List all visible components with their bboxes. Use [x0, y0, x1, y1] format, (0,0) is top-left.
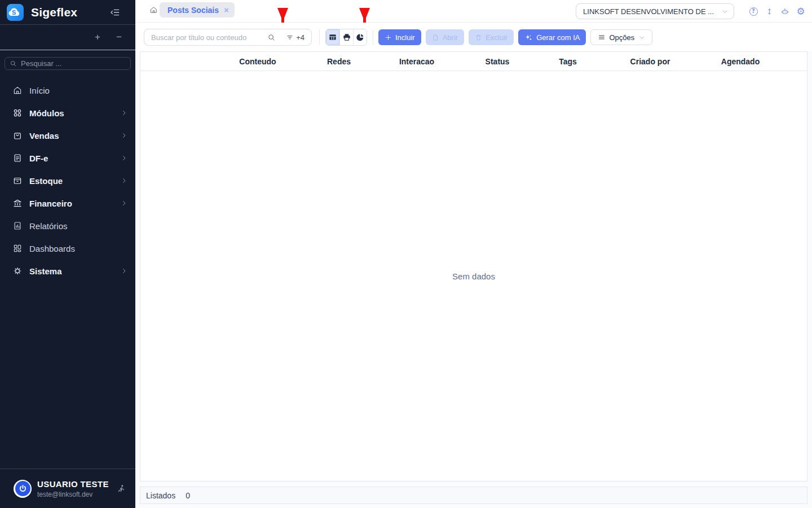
bank-icon: [12, 198, 23, 208]
footer-label: Listados: [146, 491, 175, 500]
print-view-button[interactable]: [339, 29, 353, 45]
excluir-label: Excluir: [486, 33, 508, 42]
company-selector-value: LINKSOFT DESENVOLVIMENTO DE ...: [583, 7, 714, 16]
chevron-down-icon: [722, 8, 728, 15]
sidebar-menu: Início Módulos Vendas: [0, 75, 135, 282]
filter-control[interactable]: +4: [286, 33, 304, 42]
incluir-button[interactable]: Incluir: [378, 29, 421, 45]
list-search-input[interactable]: [151, 33, 264, 42]
pie-chart-icon: [356, 33, 365, 42]
sidebar-search-wrap: [0, 50, 135, 75]
sidebar-header: S Sigeflex: [0, 0, 135, 25]
user-profile[interactable]: USUARIO TESTE teste@linksoft.dev: [0, 468, 135, 508]
printer-icon: [342, 33, 351, 42]
posts-table: Conteudo Redes Interacao Status Tags Cri…: [140, 51, 807, 481]
chevron-right-icon: [121, 155, 127, 161]
modules-icon: [12, 108, 23, 118]
trash-icon: [475, 34, 482, 41]
table-view-button[interactable]: [326, 29, 339, 45]
sidebar-collapse-icon[interactable]: [109, 7, 121, 18]
avatar: [14, 480, 32, 498]
column-header-interacao[interactable]: Interacao: [399, 57, 434, 66]
home-icon: [12, 85, 23, 95]
sidebar-item-estoque[interactable]: Estoque: [0, 169, 135, 192]
incluir-label: Incluir: [395, 33, 415, 42]
sidebar-item-label: Estoque: [29, 176, 63, 186]
shopping-bag-icon: [12, 130, 23, 141]
column-header-agendado[interactable]: Agendado: [721, 57, 760, 66]
gerar-com-ia-label: Gerar com IA: [536, 33, 580, 42]
tab-posts-sociais[interactable]: Posts Sociais ×: [160, 2, 235, 17]
abrir-button[interactable]: Abrir: [426, 29, 464, 45]
sidebar-item-label: Sistema: [29, 266, 62, 276]
sidebar-item-label: Financeiro: [29, 199, 72, 208]
user-name: USUARIO TESTE: [37, 479, 116, 489]
table-header-row: Conteudo Redes Interacao Status Tags Cri…: [140, 52, 807, 71]
footer-count: 0: [186, 491, 190, 500]
chevron-down-icon: [639, 34, 645, 41]
resize-vertical-icon[interactable]: [765, 7, 774, 16]
opcoes-button[interactable]: Opções: [590, 29, 652, 45]
sidebar-item-relatorios[interactable]: Relatórios: [0, 214, 135, 237]
sidebar-item-financeiro[interactable]: Financeiro: [0, 192, 135, 214]
help-icon[interactable]: ?: [749, 7, 758, 16]
dashboard-icon: [12, 243, 23, 253]
sidebar-item-label: Dashboards: [29, 244, 75, 253]
collapse-all-button[interactable]: −: [113, 32, 125, 43]
sidebar-item-dfe[interactable]: DF-e: [0, 147, 135, 169]
table-body: Sem dados: [140, 71, 807, 481]
sidebar-item-modulos[interactable]: Módulos: [0, 102, 135, 124]
sidebar-item-label: Vendas: [29, 131, 59, 141]
sidebar-item-inicio[interactable]: Início: [0, 79, 135, 102]
breadcrumb-home-icon[interactable]: [149, 6, 158, 14]
sidebar-search-input[interactable]: [5, 57, 131, 70]
column-header-status[interactable]: Status: [486, 57, 510, 66]
expand-all-button[interactable]: +: [91, 32, 104, 43]
gerar-com-ia-button[interactable]: Gerar com IA: [518, 29, 586, 45]
brand-title: Sigeflex: [31, 6, 77, 19]
topbar: Posts Sociais × LINKSOFT DESENVOLVIMENTO…: [135, 0, 812, 23]
sigeflex-logo-icon: S: [7, 4, 24, 21]
toolbar-divider: [373, 30, 373, 45]
logout-icon[interactable]: [116, 484, 126, 494]
search-icon: [267, 33, 276, 42]
filter-count-badge: +4: [296, 33, 304, 42]
opcoes-label: Opções: [609, 33, 634, 42]
chevron-right-icon: [121, 132, 127, 139]
search-icon: [10, 60, 17, 67]
topbar-icons: ? ⚙: [749, 7, 805, 16]
excluir-button[interactable]: Excluir: [469, 29, 514, 45]
chart-view-button[interactable]: [353, 29, 367, 45]
column-header-redes[interactable]: Redes: [327, 57, 351, 66]
sidebar-item-dashboards[interactable]: Dashboards: [0, 237, 135, 260]
filter-icon: [286, 33, 294, 41]
sidebar-item-label: Relatórios: [29, 221, 68, 231]
company-selector[interactable]: LINKSOFT DESENVOLVIMENTO DE ...: [576, 3, 734, 19]
chevron-right-icon: [121, 200, 127, 207]
list-footer: Listados 0: [140, 487, 807, 504]
sidebar-search: [5, 57, 131, 70]
settings-gear-icon[interactable]: ⚙: [796, 7, 805, 16]
app-root: S Sigeflex + −: [0, 0, 812, 508]
report-icon: [12, 221, 23, 231]
document-icon: [12, 153, 23, 163]
sidebar-item-sistema[interactable]: Sistema: [0, 260, 135, 282]
svg-text:S: S: [12, 8, 16, 15]
column-header-conteudo[interactable]: Conteudo: [239, 57, 276, 66]
sidebar-item-label: DF-e: [29, 154, 48, 163]
sidebar-item-vendas[interactable]: Vendas: [0, 124, 135, 147]
view-toggle-group: [325, 29, 367, 46]
column-header-criado-por[interactable]: Criado por: [630, 57, 670, 66]
chevron-right-icon: [121, 110, 127, 116]
sidebar: S Sigeflex + −: [0, 0, 135, 508]
tree-controls: + −: [0, 25, 135, 50]
robot-icon[interactable]: [780, 7, 789, 16]
close-icon[interactable]: ×: [224, 5, 229, 15]
abrir-label: Abrir: [443, 33, 458, 42]
sidebar-item-label: Módulos: [29, 108, 64, 118]
column-header-tags[interactable]: Tags: [559, 57, 577, 66]
toolbar: +4: [135, 23, 812, 51]
box-icon: [12, 176, 23, 186]
chevron-right-icon: [121, 268, 127, 274]
topbar-right: LINKSOFT DESENVOLVIMENTO DE ... ?: [576, 0, 805, 23]
